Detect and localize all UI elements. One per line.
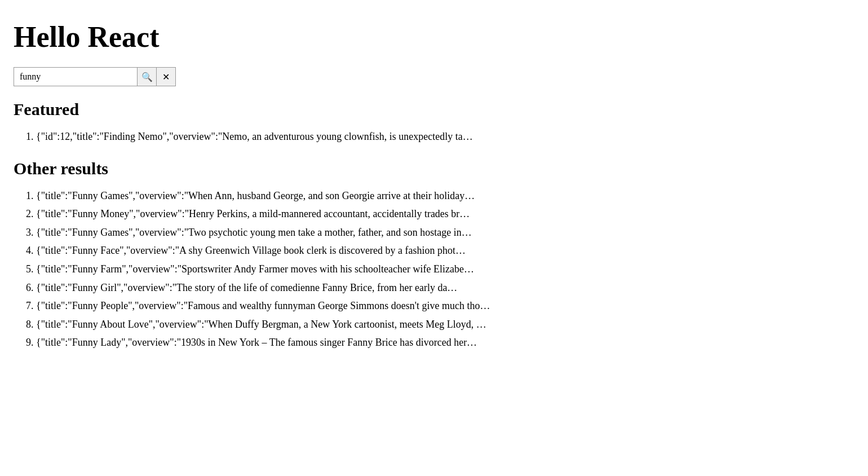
featured-section: Featured {"id":12,"title":"Finding Nemo"… (14, 100, 854, 146)
list-item: {"title":"Funny Lady","overview":"1930s … (36, 334, 854, 351)
page-title: Hello React (14, 20, 854, 54)
list-item: {"id":12,"title":"Finding Nemo","overvie… (36, 128, 854, 146)
list-item: {"title":"Funny Games","overview":"When … (36, 187, 854, 205)
list-item: {"title":"Funny Face","overview":"A shy … (36, 242, 854, 259)
search-button[interactable]: 🔍 (138, 67, 157, 86)
list-item: {"title":"Funny Games","overview":"Two p… (36, 224, 854, 241)
clear-button[interactable]: ✕ (157, 67, 176, 86)
other-results-heading: Other results (14, 159, 854, 178)
list-item: {"title":"Funny Money","overview":"Henry… (36, 205, 854, 223)
list-item: {"title":"Funny Girl","overview":"The st… (36, 279, 854, 297)
list-item: {"title":"Funny People","overview":"Famo… (36, 297, 854, 315)
search-icon: 🔍 (141, 72, 153, 82)
close-icon: ✕ (162, 72, 170, 82)
search-bar: 🔍 ✕ (14, 67, 854, 86)
list-item: {"title":"Funny Farm","overview":"Sports… (36, 261, 854, 278)
other-results-list: {"title":"Funny Games","overview":"When … (36, 187, 854, 351)
featured-list: {"id":12,"title":"Finding Nemo","overvie… (36, 128, 854, 146)
featured-heading: Featured (14, 100, 854, 119)
other-results-section: Other results {"title":"Funny Games","ov… (14, 159, 854, 351)
list-item: {"title":"Funny About Love","overview":"… (36, 316, 854, 333)
search-input[interactable] (14, 67, 138, 86)
